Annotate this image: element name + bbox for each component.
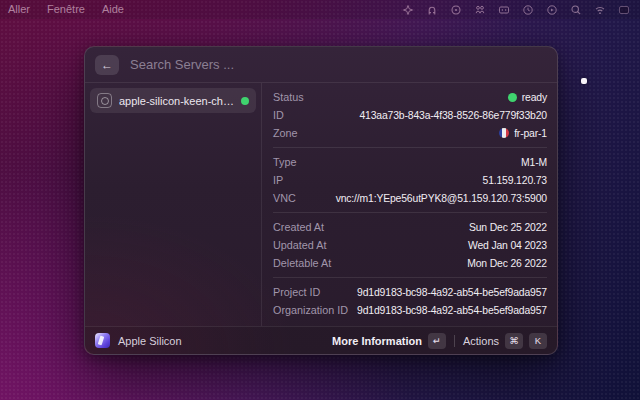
card-icon[interactable]: [498, 4, 510, 16]
badge-icon[interactable]: [450, 4, 462, 16]
detail-row: Organization ID9d1d9183-bc98-4a92-ab54-b…: [262, 301, 557, 319]
detail-value: 51.159.120.73: [483, 175, 548, 186]
detail-row: ID413aa73b-843a-4f38-8526-86e779f33b20: [262, 106, 557, 124]
command-key-icon: ⌘: [505, 333, 523, 349]
detail-row: Created AtSun Dec 25 2022: [262, 218, 557, 236]
detail-value-text: vnc://m1:YEpe56utPYK8@51.159.120.73:5900: [336, 193, 547, 204]
timer-icon[interactable]: [546, 4, 558, 16]
clock-icon[interactable]: [522, 4, 534, 16]
detail-label: Deletable At: [273, 257, 331, 269]
detail-group: Created AtSun Dec 25 2022Updated AtWed J…: [262, 213, 557, 277]
detail-label: Zone: [273, 127, 298, 139]
window-body: apple-silicon-keen-chaplygin Statusready…: [85, 83, 557, 326]
detail-group: StatusreadyID413aa73b-843a-4f38-8526-86e…: [262, 83, 557, 147]
more-information-button[interactable]: More Information ↵: [332, 333, 446, 349]
detail-value-text: ready: [522, 92, 547, 103]
window-header: ←: [85, 47, 557, 83]
enter-key-icon: ↵: [428, 333, 446, 349]
desktop-background: Aller Fenêtre Aide: [0, 0, 640, 400]
mouse-cursor-dot: [581, 78, 587, 84]
detail-value-text: M1-M: [521, 157, 547, 168]
app-name: Apple Silicon: [118, 335, 182, 347]
server-name: apple-silicon-keen-chaplygin: [119, 95, 234, 107]
menu-items: Aller Fenêtre Aide: [8, 0, 124, 19]
detail-group: Project ID9d1d9183-bc98-4a92-ab54-be5ef9…: [262, 278, 557, 324]
server-list-item[interactable]: apple-silicon-keen-chaplygin: [90, 88, 256, 113]
wifi-icon[interactable]: [594, 4, 606, 16]
people-icon[interactable]: [474, 4, 486, 16]
detail-value: 9d1d9183-bc98-4a92-ab54-be5ef9ada957: [357, 287, 547, 298]
footer-divider: [454, 335, 455, 347]
detail-row: VNCvnc://m1:YEpe56utPYK8@51.159.120.73:5…: [262, 189, 557, 207]
sparkle-icon[interactable]: [402, 4, 414, 16]
server-list-sidebar: apple-silicon-keen-chaplygin: [85, 83, 262, 326]
detail-value: 9d1d9183-bc98-4a92-ab54-be5ef9ada957: [357, 305, 547, 316]
k-key-icon: K: [529, 333, 547, 349]
detail-row: Deletable AtMon Dec 26 2022: [262, 254, 557, 272]
detail-label: Status: [273, 91, 304, 103]
menu-item-aide[interactable]: Aide: [102, 0, 124, 19]
menu-item-fenetre[interactable]: Fenêtre: [47, 0, 85, 19]
detail-value-text: 9d1d9183-bc98-4a92-ab54-be5ef9ada957: [357, 287, 547, 298]
detail-value-text: Wed Jan 04 2023: [468, 240, 547, 251]
menu-status-icons: [402, 4, 632, 16]
detail-value: Sun Dec 25 2022: [469, 222, 547, 233]
server-details-panel: StatusreadyID413aa73b-843a-4f38-8526-86e…: [262, 83, 557, 326]
magnet-icon[interactable]: [426, 4, 438, 16]
actions-button[interactable]: Actions ⌘ K: [463, 333, 547, 349]
detail-value-text: 51.159.120.73: [483, 175, 548, 186]
detail-label: VNC: [273, 192, 296, 204]
app-icon: [95, 333, 110, 348]
detail-value-text: 413aa73b-843a-4f38-8526-86e779f33b20: [359, 110, 547, 121]
detail-label: Updated At: [273, 239, 326, 251]
detail-value: ready: [508, 92, 547, 103]
detail-value: Wed Jan 04 2023: [468, 240, 547, 251]
window-footer: Apple Silicon More Information ↵ Actions…: [85, 326, 557, 354]
more-information-label: More Information: [332, 335, 422, 347]
detail-label: IP: [273, 174, 283, 186]
detail-row: Project ID9d1d9183-bc98-4a92-ab54-be5ef9…: [262, 283, 557, 301]
server-status-dot-icon: [241, 97, 249, 105]
detail-row: TypeM1-M: [262, 153, 557, 171]
detail-value-text: Sun Dec 25 2022: [469, 222, 547, 233]
detail-label: Project ID: [273, 286, 320, 298]
detail-value: M1-M: [521, 157, 547, 168]
detail-label: ID: [273, 109, 284, 121]
detail-label: Created At: [273, 221, 324, 233]
screen-icon[interactable]: [618, 4, 630, 16]
status-dot-icon: [508, 93, 517, 102]
detail-value-text: 9d1d9183-bc98-4a92-ab54-be5ef9ada957: [357, 305, 547, 316]
detail-value: 413aa73b-843a-4f38-8526-86e779f33b20: [359, 110, 547, 121]
detail-value: vnc://m1:YEpe56utPYK8@51.159.120.73:5900: [336, 193, 547, 204]
detail-value-text: Mon Dec 26 2022: [467, 258, 547, 269]
detail-row: Updated AtWed Jan 04 2023: [262, 236, 557, 254]
search-input[interactable]: [128, 56, 547, 73]
detail-value: Mon Dec 26 2022: [467, 258, 547, 269]
raycast-window: ← apple-silicon-keen-chaplygin Statusrea…: [84, 46, 558, 355]
detail-row: Statusready: [262, 88, 557, 106]
detail-row: IP51.159.120.73: [262, 171, 557, 189]
detail-value: fr-par-1: [499, 128, 547, 139]
server-icon: [97, 93, 112, 108]
detail-label: Organization ID: [273, 304, 348, 316]
menu-item-aller[interactable]: Aller: [8, 0, 30, 19]
detail-value-text: fr-par-1: [514, 128, 547, 139]
search-icon[interactable]: [570, 4, 582, 16]
menu-bar: Aller Fenêtre Aide: [0, 0, 640, 19]
france-flag-icon: [499, 128, 509, 138]
detail-row: Zonefr-par-1: [262, 124, 557, 142]
back-button[interactable]: ←: [95, 55, 119, 75]
detail-label: Type: [273, 156, 296, 168]
detail-group: TypeM1-MIP51.159.120.73VNCvnc://m1:YEpe5…: [262, 148, 557, 212]
actions-label: Actions: [463, 335, 499, 347]
